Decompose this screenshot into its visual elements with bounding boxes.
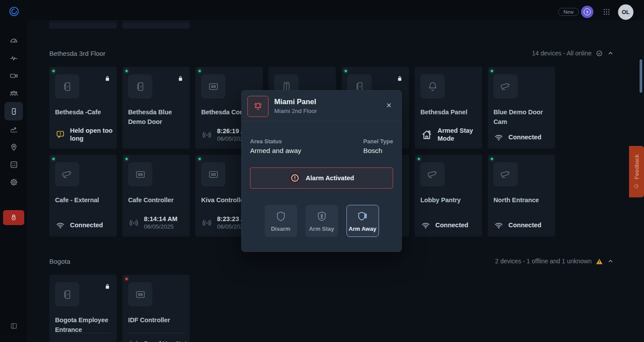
device-status: Connected (493, 132, 541, 142)
sidebar-item-integrations[interactable] (4, 156, 23, 173)
arm-stay-button[interactable]: Arm Stay (305, 205, 338, 237)
sidebar-item-people[interactable] (4, 84, 23, 102)
device-card[interactable]: Cafe Controller 8:14:14 AM 06/05/2025 (122, 155, 190, 236)
wifi-icon (420, 220, 431, 230)
new-badge[interactable]: New (558, 8, 579, 16)
device-card[interactable]: Bethesda Panel Armed Stay Mode (415, 67, 482, 149)
collapse-sidebar-button[interactable] (8, 321, 19, 332)
alarm-shortcut-button[interactable] (3, 210, 24, 225)
sidebar-nav (0, 32, 27, 191)
shield-icon (275, 210, 287, 222)
area-status-field: Area Status Armed and away (250, 138, 301, 155)
panel-type-field: Panel Type Bosch (363, 138, 393, 155)
status-line-1: Held open too long (70, 127, 117, 142)
cctv-icon (493, 162, 518, 186)
lock-icon (177, 75, 184, 83)
device-card[interactable]: Lobby Pantry Connected (415, 155, 482, 236)
device-card[interactable]: Blue Demo Door Cam Connected (488, 67, 555, 149)
device-name: Lobby Pantry (420, 195, 482, 205)
avatar[interactable]: OL (618, 4, 633, 20)
status-line-1: Connected (508, 133, 541, 141)
sidebar-item-dashboard[interactable] (4, 32, 23, 49)
brand-logo-icon[interactable] (8, 6, 20, 17)
help-icon[interactable]: ? (581, 6, 593, 18)
device-card[interactable]: North Entrance Connected (488, 155, 555, 236)
lock-icon (396, 75, 403, 83)
arm-away-button[interactable]: Arm Away (346, 205, 379, 237)
scrollbar-thumb[interactable] (640, 59, 642, 93)
device-card[interactable]: Bethesda Blue Demo Door (122, 67, 190, 149)
device-name: Bethesda -Cafe (55, 107, 117, 117)
lock-icon (104, 75, 111, 83)
controller-icon (201, 74, 225, 98)
device-card[interactable]: IDF Controller Panel Has Not (122, 275, 190, 342)
panel-type-label: Panel Type (363, 138, 393, 145)
section-summary: 14 devices - All online (532, 50, 592, 57)
alarm-activated-text: Alarm Activated (306, 175, 354, 182)
controller-icon (128, 162, 152, 186)
area-status-label: Area Status (250, 138, 301, 145)
sidebar-item-devices[interactable] (4, 102, 23, 120)
device-status: Connected (420, 220, 468, 230)
device-card[interactable]: Cafe - External Connected (49, 155, 117, 236)
chevron-up-icon[interactable] (607, 258, 614, 265)
shield-person-icon (316, 210, 328, 222)
device-section: Bogota 2 devices - 1 offline and 1 unkno… (49, 255, 614, 342)
device-status: 8:14:14 AM 06/05/2025 (128, 215, 177, 230)
section-summary: 2 devices - 1 offline and 1 unknown (495, 258, 592, 265)
status-line-1: 8:14:14 AM (144, 215, 177, 223)
feedback-tab[interactable]: Feedback (629, 146, 644, 197)
wifi-icon (493, 132, 504, 142)
arm-actions: Disarm Arm Stay Arm Away (242, 205, 401, 237)
sidebar-item-locations[interactable] (4, 138, 23, 156)
controller-icon (201, 162, 225, 186)
alert-circle-icon (289, 172, 301, 184)
sidebar-item-settings[interactable] (4, 173, 23, 191)
device-card[interactable]: Bogota Employee Entrance (49, 275, 117, 342)
alarm-bell-icon (247, 96, 269, 117)
section-title: Bethesda 3rd Floor (49, 50, 106, 57)
warning-bubble-icon (55, 129, 66, 140)
sidebar-item-activity[interactable] (4, 49, 23, 67)
lock-icon (104, 283, 111, 291)
close-icon[interactable] (385, 102, 393, 110)
device-status: Connected (55, 220, 103, 230)
section-header: Bethesda 3rd Floor 14 devices - All onli… (49, 47, 614, 59)
signal-icon (201, 129, 213, 141)
sidebar (0, 0, 27, 342)
panel-type-value: Bosch (363, 147, 393, 155)
device-name: Cafe Controller (128, 195, 190, 205)
area-status-value: Armed and away (250, 147, 301, 155)
status-dot-icon (199, 70, 201, 72)
controller-icon (128, 282, 152, 306)
unlock-icon (9, 213, 18, 222)
card-divider (128, 333, 184, 333)
disarm-button[interactable]: Disarm (265, 205, 297, 237)
status-dot-icon (491, 70, 493, 72)
device-card[interactable]: Bethesda -Cafe Held open too long (49, 67, 117, 149)
device-name: IDF Controller (128, 315, 190, 325)
alarm-activated-banner: Alarm Activated (250, 167, 393, 189)
status-dot-icon (52, 158, 55, 160)
sidebar-item-cameras[interactable] (4, 67, 23, 84)
panel-dialog: Miami Panel Miami 2nd Floor Area Status … (241, 90, 402, 252)
device-status: Panel Has Not (128, 338, 187, 342)
signal-icon (201, 217, 213, 229)
topbar: New ? OL (27, 0, 644, 20)
signal-icon (128, 217, 140, 229)
dialog-subtitle: Miami 2nd Floor (274, 108, 317, 114)
status-dot-icon (418, 158, 420, 160)
status-dot-icon (125, 158, 128, 160)
app-grid-icon[interactable] (603, 8, 611, 16)
house-icon (420, 128, 433, 141)
status-line-1: Panel Has Not (144, 340, 187, 342)
section-header: Bogota 2 devices - 1 offline and 1 unkno… (49, 255, 614, 267)
card-divider (55, 333, 111, 333)
sidebar-item-trends[interactable] (4, 120, 23, 138)
chevron-up-icon[interactable] (607, 50, 614, 57)
cctv-icon (420, 162, 445, 186)
shield-person-out-icon (357, 210, 369, 222)
dialog-info: Area Status Armed and away Panel Type Bo… (242, 121, 401, 155)
signal-icon (128, 338, 140, 342)
door-icon (55, 282, 79, 306)
